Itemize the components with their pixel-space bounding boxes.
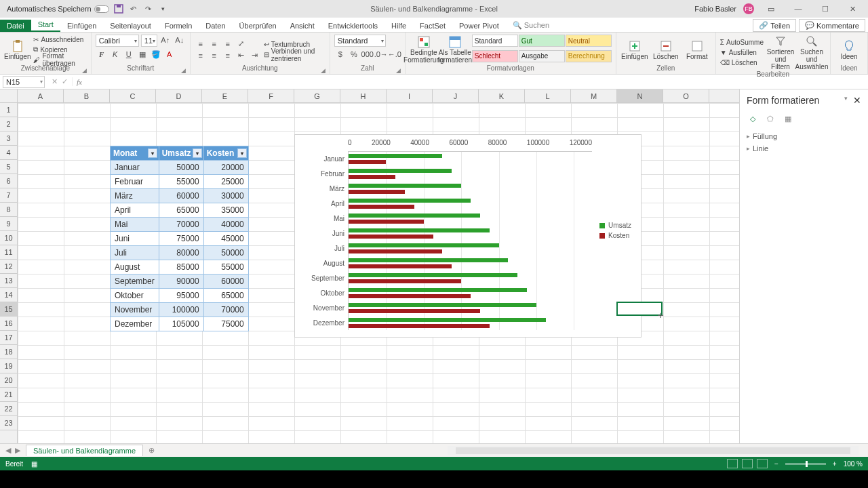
indent-inc-icon[interactable]: ⇥ xyxy=(249,50,261,61)
find-select-button[interactable]: Suchen und Auswählen xyxy=(797,35,826,70)
align-right-icon[interactable]: ≡ xyxy=(222,50,234,61)
row-header[interactable]: 2 xyxy=(0,117,17,131)
tab-review[interactable]: Überprüfen xyxy=(233,20,283,32)
table-cell[interactable]: 35000 xyxy=(203,203,248,218)
table-header[interactable]: Umsatz▾ xyxy=(159,146,203,161)
data-table[interactable]: Monat▾Umsatz▾Kosten▾Januar5000020000Febr… xyxy=(110,146,249,331)
table-cell[interactable]: April xyxy=(111,203,159,218)
format-as-table-button[interactable]: Als Tabelle formatieren xyxy=(441,35,469,64)
format-cells-button[interactable]: Format xyxy=(683,35,711,64)
font-name-combo[interactable]: Calibri xyxy=(96,35,139,47)
user-name[interactable]: Fabio Basler xyxy=(694,5,736,13)
tab-insert[interactable]: Einfügen xyxy=(60,20,103,32)
avatar[interactable]: FB xyxy=(743,3,754,14)
table-cell[interactable]: 20000 xyxy=(203,161,248,175)
table-row[interactable]: Oktober9500065000 xyxy=(111,289,249,303)
row-header[interactable]: 18 xyxy=(0,345,17,359)
table-cell[interactable]: 85000 xyxy=(159,260,203,274)
style-neutral[interactable]: Neutral xyxy=(566,35,612,47)
format-painter-button[interactable]: 🖌 Format übertragen xyxy=(33,55,86,64)
sheet-tab[interactable]: Säulen- und Balkendiagramme xyxy=(26,445,143,456)
font-size-combo[interactable]: 11 xyxy=(141,35,157,47)
table-cell[interactable]: 30000 xyxy=(203,189,248,203)
bar-kosten[interactable] xyxy=(349,249,442,253)
bar-umsatz[interactable] xyxy=(349,243,499,247)
row-header[interactable]: 8 xyxy=(0,203,17,217)
row-header[interactable]: 13 xyxy=(0,274,17,288)
table-cell[interactable]: März xyxy=(111,189,159,203)
qat-more-icon[interactable]: ▾ xyxy=(158,3,169,14)
bar-kosten[interactable] xyxy=(349,175,395,179)
percent-icon[interactable]: % xyxy=(348,49,360,60)
cancel-formula-icon[interactable]: ✕ xyxy=(52,77,58,86)
row-header[interactable]: 14 xyxy=(0,288,17,302)
fill-color-button[interactable]: 🪣 xyxy=(150,49,162,60)
table-cell[interactable]: 45000 xyxy=(203,232,248,246)
bar-umsatz[interactable] xyxy=(349,288,527,292)
save-icon[interactable] xyxy=(113,3,124,14)
table-cell[interactable]: 80000 xyxy=(159,246,203,260)
align-left-icon[interactable]: ≡ xyxy=(195,50,207,61)
table-row[interactable]: November10000070000 xyxy=(111,303,249,317)
ribbon-display-icon[interactable]: ▭ xyxy=(761,2,781,16)
table-cell[interactable]: 65000 xyxy=(203,289,248,303)
zoom-out-icon[interactable]: − xyxy=(774,460,778,468)
table-cell[interactable]: 70000 xyxy=(203,303,248,317)
row-header[interactable]: 19 xyxy=(0,359,17,373)
horizontal-scrollbar[interactable] xyxy=(448,446,859,455)
border-button[interactable]: ▦ xyxy=(136,49,149,60)
column-header[interactable]: N xyxy=(617,89,663,102)
bar-umsatz[interactable] xyxy=(349,318,546,322)
active-cell[interactable] xyxy=(616,302,663,316)
add-sheet-icon[interactable]: ⊕ xyxy=(143,446,160,455)
sheet-nav-next-icon[interactable]: ▶ xyxy=(15,446,20,455)
row-header[interactable]: 21 xyxy=(0,388,17,402)
autosave-toggle[interactable]: Automatisches Speichern xyxy=(7,5,109,13)
table-cell[interactable]: Juni xyxy=(111,232,159,246)
style-gut[interactable]: Gut xyxy=(519,35,565,47)
table-cell[interactable]: 25000 xyxy=(203,175,248,189)
table-row[interactable]: Januar5000020000 xyxy=(111,161,249,175)
align-middle-icon[interactable]: ≡ xyxy=(208,39,220,49)
bar-umsatz[interactable] xyxy=(349,303,536,307)
table-row[interactable]: August8500055000 xyxy=(111,260,249,274)
align-bottom-icon[interactable]: ≡ xyxy=(222,39,234,49)
share-button[interactable]: 🔗 Teilen xyxy=(753,19,796,32)
bar-umsatz[interactable] xyxy=(349,214,480,218)
column-header[interactable]: K xyxy=(479,89,525,102)
indent-dec-icon[interactable]: ⇤ xyxy=(235,50,248,61)
column-header[interactable]: I xyxy=(387,89,433,102)
bar-kosten[interactable] xyxy=(349,160,386,164)
column-header[interactable]: M xyxy=(571,89,617,102)
column-header[interactable]: O xyxy=(663,89,709,102)
row-header[interactable]: 16 xyxy=(0,317,17,331)
column-header[interactable]: H xyxy=(340,89,387,102)
table-cell[interactable]: 55000 xyxy=(203,260,248,274)
close-icon[interactable]: ✕ xyxy=(842,2,863,16)
column-header[interactable]: C xyxy=(110,89,156,102)
tab-help[interactable]: Hilfe xyxy=(384,20,413,32)
size-tab-icon[interactable]: ▦ xyxy=(782,113,794,125)
bar-kosten[interactable] xyxy=(349,264,452,268)
bar-chart[interactable]: 020000400006000080000100000120000JanuarF… xyxy=(294,134,642,338)
table-cell[interactable]: 55000 xyxy=(159,175,203,189)
close-pane-icon[interactable]: ✕ xyxy=(853,95,861,106)
table-row[interactable]: Dezember10500075000 xyxy=(111,317,249,331)
font-color-button[interactable]: A xyxy=(163,49,176,60)
macro-record-icon[interactable]: ▦ xyxy=(31,460,37,468)
accept-formula-icon[interactable]: ✓ xyxy=(62,77,68,86)
delete-cells-button[interactable]: Löschen xyxy=(652,35,680,64)
table-cell[interactable]: November xyxy=(111,303,159,317)
column-header[interactable]: G xyxy=(294,89,340,102)
inc-decimal-icon[interactable]: .0→ xyxy=(375,49,387,60)
row-header[interactable]: 17 xyxy=(0,331,17,345)
bar-kosten[interactable] xyxy=(349,220,424,224)
comments-button[interactable]: 💬 Kommentare xyxy=(799,19,865,32)
row-header[interactable]: 1 xyxy=(0,103,17,117)
minimize-icon[interactable]: — xyxy=(788,2,808,16)
table-row[interactable]: März6000030000 xyxy=(111,189,249,203)
cut-button[interactable]: ✂ Ausschneiden xyxy=(33,35,86,44)
orientation-icon[interactable]: ⤢ xyxy=(235,39,248,49)
bar-kosten[interactable] xyxy=(349,279,461,283)
cell-styles-gallery[interactable]: Standard Gut Neutral Schlecht Ausgabe Be… xyxy=(472,35,612,64)
